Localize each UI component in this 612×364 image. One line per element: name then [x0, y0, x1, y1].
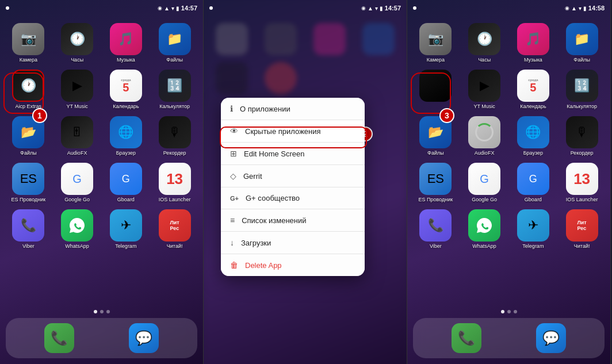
files-icon-3[interactable]: 📁	[566, 23, 598, 55]
ytmusic-label-3: YT Music	[473, 104, 495, 109]
es-icon-1[interactable]: ES	[12, 163, 44, 195]
menu-delete[interactable]: 🗑 Delete App	[221, 254, 365, 276]
camera-icon-1[interactable]: 📷	[12, 23, 44, 55]
clock-icon-3[interactable]: 🕐	[468, 23, 500, 55]
panel-2: ◉ ▲ ▾ ▮ 14:57 ℹ О приложении 👁 Скрытые п…	[204, 0, 407, 364]
recorder-icon-1[interactable]: 🎙	[159, 116, 191, 148]
audiofx-icon-3[interactable]	[468, 116, 500, 148]
app-viber-3[interactable]: 📞 Viber	[413, 209, 458, 249]
app-grid-3: 📷 Камера 🕐 Часы 🎵 Музыка 📁 Файлы ▶ YT Mu…	[407, 18, 610, 254]
app-files-3[interactable]: 📁 Файлы	[559, 23, 605, 63]
browser-icon-1[interactable]: 🌐	[110, 116, 142, 148]
app-music-1[interactable]: 🎵 Музыка	[104, 23, 149, 63]
clock-icon-1[interactable]: 🕐	[61, 23, 93, 55]
app-ios-3[interactable]: 13 IOS Launcher	[559, 163, 605, 202]
menu-hidden-apps[interactable]: 👁 Скрытые приложения	[221, 120, 365, 143]
dock-phone-1[interactable]: 📞	[44, 323, 74, 353]
browser-label-1: Браузер	[116, 150, 136, 156]
app-recorder-1[interactable]: 🎙 Рекордер	[152, 116, 197, 156]
telegram-icon-3[interactable]: ✈	[517, 209, 549, 242]
gerrit-icon: ◇	[230, 171, 236, 181]
google-icon-3[interactable]: G	[468, 163, 500, 195]
whatsapp-icon-1[interactable]	[61, 209, 93, 242]
app-clock-1[interactable]: 🕐 Часы	[55, 23, 100, 63]
viber-icon-3[interactable]: 📞	[419, 209, 452, 242]
app-music-3[interactable]: 🎵 Музыка	[511, 23, 556, 63]
dock-messages-3[interactable]: 💬	[536, 323, 566, 353]
status-bar-3: ◉ ▲ ▾ ▮ 14:58	[407, 0, 610, 16]
app-aicp-1[interactable]: 🕐 Aicp Extras	[6, 70, 51, 109]
menu-about[interactable]: ℹ О приложении	[221, 98, 365, 120]
browser-label-3: Браузер	[523, 150, 543, 156]
ytmusic-icon-1[interactable]: ▶	[61, 70, 93, 102]
app-gboard-3[interactable]: G Gboard	[511, 163, 556, 202]
battery-icon-2: ▮	[380, 5, 383, 12]
app-camera-3[interactable]: 📷 Камера	[413, 23, 458, 63]
app-whatsapp-1[interactable]: WhatsApp	[55, 209, 100, 249]
app-gboard-1[interactable]: G Gboard	[104, 163, 149, 202]
app-audiofx-1[interactable]: 🎚 AudioFX	[55, 116, 100, 156]
files-icon-1[interactable]: 📁	[159, 23, 191, 55]
dock-phone-3[interactable]: 📞	[452, 323, 481, 353]
audiofx-icon-1[interactable]: 🎚	[61, 116, 93, 148]
app-whatsapp-3[interactable]: WhatsApp	[462, 209, 507, 249]
app-ios-1[interactable]: 13 IOS Launcher	[152, 163, 197, 202]
calendar-icon-1[interactable]: среда 5	[110, 70, 142, 102]
chitai-icon-1[interactable]: ЛитРес	[159, 209, 191, 242]
telegram-label-3: Telegram	[522, 243, 544, 249]
menu-edit-home[interactable]: ⊞ Edit Home Screen	[221, 143, 365, 165]
app-calc-3[interactable]: 🔢 Калькулятор	[559, 70, 605, 109]
app-telegram-3[interactable]: ✈ Telegram	[511, 209, 556, 249]
camera-icon-3[interactable]: 📷	[419, 23, 452, 55]
app-filemanager-1[interactable]: 📂 Файлы	[6, 116, 51, 156]
app-files-1[interactable]: 📁 Файлы	[152, 23, 197, 63]
dock-messages-1[interactable]: 💬	[129, 323, 159, 353]
page-dots-3	[407, 310, 610, 313]
app-camera-1[interactable]: 📷 Камера	[6, 23, 51, 63]
signal-icon-1: ▲	[164, 5, 170, 12]
menu-changelog[interactable]: ≡ Список изменений	[221, 209, 365, 232]
calendar-icon-3[interactable]: среда 5	[517, 70, 549, 102]
app-browser-3[interactable]: 🌐 Браузер	[511, 116, 556, 156]
app-browser-1[interactable]: 🌐 Браузер	[104, 116, 149, 156]
ytmusic-icon-3[interactable]: ▶	[468, 70, 500, 102]
browser-icon-3[interactable]: 🌐	[517, 116, 549, 148]
menu-gplus[interactable]: G+ G+ сообщество	[221, 187, 365, 209]
music-icon-1[interactable]: 🎵	[110, 23, 142, 55]
app-calendar-3[interactable]: среда 5 Календарь	[511, 70, 556, 109]
app-chitai-3[interactable]: ЛитРес Читай!	[559, 209, 605, 249]
aicp-icon-1[interactable]: 🕐	[12, 70, 44, 102]
gboard-icon-3[interactable]: G	[517, 163, 549, 195]
app-clock-3[interactable]: 🕐 Часы	[462, 23, 507, 63]
app-calendar-1[interactable]: среда 5 Календарь	[104, 70, 149, 109]
calc-icon-1[interactable]: 🔢	[159, 70, 191, 102]
app-google-3[interactable]: G Google Go	[462, 163, 507, 202]
app-google-1[interactable]: G Google Go	[55, 163, 100, 202]
music-label-1: Музыка	[117, 57, 135, 63]
app-es-1[interactable]: ES ES Проводник	[6, 163, 51, 202]
app-telegram-1[interactable]: ✈ Telegram	[104, 209, 149, 249]
google-icon-1[interactable]: G	[61, 163, 93, 195]
recorder-icon-3[interactable]: 🎙	[566, 116, 598, 148]
telegram-icon-1[interactable]: ✈	[110, 209, 142, 242]
app-recorder-3[interactable]: 🎙 Рекордер	[559, 116, 605, 156]
gboard-icon-1[interactable]: G	[110, 163, 142, 195]
app-calc-1[interactable]: 🔢 Калькулятор	[152, 70, 197, 109]
es-icon-3[interactable]: ES	[419, 163, 452, 195]
chitai-icon-3[interactable]: ЛитРес	[566, 209, 598, 242]
whatsapp-icon-3[interactable]	[468, 209, 500, 242]
menu-downloads[interactable]: ↓ Загрузки	[221, 232, 365, 254]
app-es-3[interactable]: ES ES Проводник	[413, 163, 458, 202]
app-ytmusic-1[interactable]: ▶ YT Music	[55, 70, 100, 109]
app-ytmusic-3[interactable]: ▶ YT Music	[462, 70, 507, 109]
ios-icon-3[interactable]: 13	[566, 163, 598, 195]
viber-icon-1[interactable]: 📞	[12, 209, 44, 242]
app-viber-1[interactable]: 📞 Viber	[6, 209, 51, 249]
menu-gerrit[interactable]: ◇ Gerrit	[221, 165, 365, 187]
calc-icon-3[interactable]: 🔢	[566, 70, 598, 102]
music-icon-3[interactable]: 🎵	[517, 23, 549, 55]
ios-icon-1[interactable]: 13	[159, 163, 191, 195]
app-chitai-1[interactable]: ЛитРес Читай!	[152, 209, 197, 249]
app-filemanager-3[interactable]: 📂 Файлы	[413, 116, 458, 156]
app-audiofx-3[interactable]: AudioFX	[462, 116, 507, 156]
